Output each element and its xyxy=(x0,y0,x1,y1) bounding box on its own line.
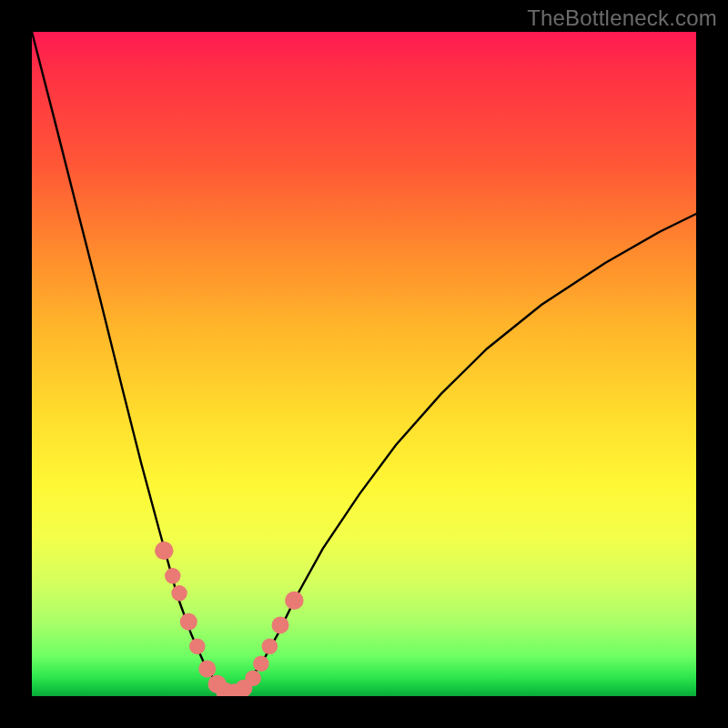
marker-dot xyxy=(155,541,173,560)
marker-dot xyxy=(285,592,303,610)
marker-dot xyxy=(272,616,289,633)
curve-left-branch xyxy=(32,32,232,694)
marker-dots-group xyxy=(155,541,304,696)
chart-frame: TheBottleneck.com xyxy=(0,0,728,728)
marker-dot xyxy=(180,613,197,631)
marker-dot xyxy=(198,661,216,678)
marker-dot xyxy=(253,655,269,672)
marker-dot xyxy=(171,585,187,602)
watermark-text: TheBottleneck.com xyxy=(527,5,717,31)
marker-dot xyxy=(245,671,261,687)
marker-dot xyxy=(262,638,278,654)
chart-svg xyxy=(32,32,696,696)
marker-dot xyxy=(165,568,181,584)
marker-dot xyxy=(189,638,206,654)
chart-plot-area xyxy=(32,32,696,696)
curve-right-branch xyxy=(232,214,696,694)
